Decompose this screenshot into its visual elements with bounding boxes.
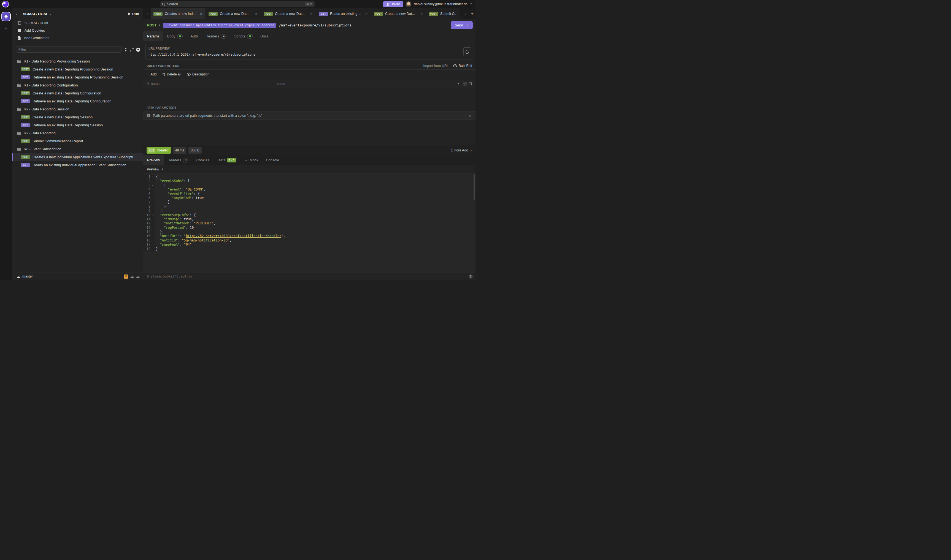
- gutter[interactable]: 3▾: [143, 183, 154, 188]
- tab-docs[interactable]: Docs: [256, 31, 273, 41]
- preview-mode-select[interactable]: Preview ▼: [143, 165, 476, 174]
- collection-folder[interactable]: R2 - Data Reporting: [12, 129, 143, 137]
- gutter[interactable]: 5▾: [143, 192, 154, 196]
- response-history-dropdown[interactable]: 1 Hour Ago ▼: [451, 148, 472, 152]
- git-branch-label[interactable]: master: [22, 274, 33, 278]
- filter-help-icon[interactable]: ?: [469, 274, 473, 278]
- filter-input[interactable]: [16, 46, 122, 52]
- add-cookies-button[interactable]: Add Cookies: [12, 27, 143, 34]
- request-item[interactable]: POSTCreate a new Data Reporting Provisio…: [12, 65, 143, 73]
- gutter[interactable]: 18: [143, 247, 154, 251]
- gutter[interactable]: 12: [143, 222, 154, 226]
- expand-all-icon[interactable]: [130, 48, 134, 51]
- environment-variable-chip[interactable]: _.event_consumer_application_function_ev…: [163, 23, 276, 28]
- add-certificates-button[interactable]: Add Certificates: [12, 34, 143, 42]
- request-tab[interactable]: GETReads an existing ...×: [316, 8, 371, 19]
- gutter[interactable]: 9: [143, 209, 154, 213]
- request-item[interactable]: GETRetrieve an existing Data Reporting P…: [12, 73, 143, 81]
- sort-icon[interactable]: [124, 48, 127, 51]
- request-item[interactable]: GETReads an existing Individual Applicat…: [12, 161, 143, 169]
- tab-body[interactable]: Body: [163, 31, 187, 41]
- gutter[interactable]: 10▾: [143, 213, 154, 217]
- request-tab[interactable]: POSTCreates a new Ind...×: [151, 8, 206, 19]
- user-avatar[interactable]: [406, 2, 411, 7]
- close-tab-icon[interactable]: ×: [420, 12, 423, 16]
- gutter[interactable]: 16: [143, 238, 154, 243]
- new-project-button[interactable]: +: [5, 26, 8, 31]
- fold-caret-icon[interactable]: ▾: [150, 179, 154, 183]
- scrollbar-thumb[interactable]: [473, 174, 475, 200]
- tabs-scroll-left-icon[interactable]: ‹: [143, 8, 151, 19]
- add-request-button[interactable]: +: [136, 48, 140, 52]
- tab-console[interactable]: Console: [262, 155, 283, 165]
- tab-cookies[interactable]: Cookies: [192, 155, 213, 165]
- gutter[interactable]: 15: [143, 234, 154, 238]
- response-body-editor[interactable]: 1▾{2▾ "eventsSubs": [3▾ {4 "event": "UE_…: [143, 174, 476, 272]
- delete-param-icon[interactable]: [469, 82, 472, 85]
- workspace-switcher[interactable]: 5GMAG-DCAF▼: [23, 12, 52, 16]
- sync-conflict-icon[interactable]: ⇅: [124, 274, 128, 278]
- tab-auth[interactable]: Auth: [187, 31, 202, 41]
- invite-button[interactable]: Invite: [383, 1, 403, 7]
- tab-headers[interactable]: Headers4: [202, 31, 230, 41]
- gutter[interactable]: 17: [143, 243, 154, 247]
- fold-caret-icon[interactable]: ▾: [150, 213, 154, 217]
- bulk-edit-button[interactable]: Bulk Edit: [453, 64, 472, 68]
- tab-headers[interactable]: Headers9: [163, 155, 192, 165]
- url-path[interactable]: /naf-eventexposure/v1/subscriptions: [279, 23, 448, 27]
- import-from-url-button[interactable]: Import from URL: [423, 64, 449, 68]
- gutter[interactable]: 4: [143, 188, 154, 192]
- request-tab[interactable]: POSTCreate a new Dat...×: [371, 8, 426, 19]
- tab-tests[interactable]: Tests1 / 1: [213, 155, 240, 165]
- response-filter-input[interactable]: [147, 274, 466, 278]
- gutter[interactable]: 7: [143, 200, 154, 204]
- gutter[interactable]: 14: [143, 230, 154, 234]
- gutter[interactable]: 1▾: [143, 175, 154, 179]
- delete-all-params-button[interactable]: Delete all: [162, 72, 181, 76]
- param-options-caret-icon[interactable]: ▼: [456, 82, 461, 85]
- param-value-input[interactable]: [277, 82, 453, 86]
- collection-folder[interactable]: R1 - Data Reporting Configuration: [12, 81, 143, 89]
- fold-caret-icon[interactable]: ▾: [150, 183, 154, 188]
- global-search[interactable]: ⌘ P: [160, 1, 315, 7]
- collection-folder[interactable]: R1 - Data Reporting Provisioning Session: [12, 57, 143, 65]
- drag-handle-icon[interactable]: [146, 82, 149, 85]
- request-item[interactable]: POSTCreates a new Individual Application…: [12, 153, 143, 161]
- fold-caret-icon[interactable]: ▾: [150, 192, 154, 196]
- insomnia-logo-icon[interactable]: [2, 1, 9, 8]
- tabs-scroll-right-icon[interactable]: ›: [461, 12, 469, 16]
- add-param-button[interactable]: + Add: [147, 72, 157, 76]
- request-tab[interactable]: POSTCreate a new Dat...×: [261, 8, 316, 19]
- method-select[interactable]: POST ▼: [147, 23, 160, 27]
- gutter[interactable]: 8: [143, 205, 154, 209]
- request-item[interactable]: POSTCreate a new Data Reporting Session: [12, 113, 143, 121]
- environment-selector[interactable]: 5G-MAG DCAF: [12, 19, 143, 27]
- send-button[interactable]: Send ▼: [451, 21, 473, 29]
- close-tab-icon[interactable]: ×: [365, 12, 368, 16]
- gutter[interactable]: 6: [143, 196, 154, 200]
- send-options-caret-icon[interactable]: ▼: [466, 24, 469, 26]
- toggle-description-button[interactable]: Description: [187, 72, 210, 76]
- request-item[interactable]: GETRetrieve an existing Data Reporting C…: [12, 97, 143, 105]
- search-input[interactable]: [167, 2, 303, 6]
- copy-url-button[interactable]: [463, 47, 471, 56]
- tab-mock[interactable]: →Mock: [240, 155, 262, 165]
- request-item[interactable]: GETRetrieve an existing Data Reporting S…: [12, 121, 143, 129]
- new-tab-button[interactable]: +: [471, 11, 473, 17]
- close-tab-icon[interactable]: ×: [199, 12, 203, 16]
- account-caret-down-icon[interactable]: ▼: [470, 3, 472, 5]
- collection-folder[interactable]: R2 - Data Reporting Session: [12, 105, 143, 113]
- cloud-push-icon[interactable]: ☁↑: [136, 274, 140, 278]
- close-tab-icon[interactable]: ×: [310, 12, 313, 16]
- tab-params[interactable]: Params: [143, 31, 163, 41]
- cloud-pull-icon[interactable]: ☁↓: [130, 274, 134, 278]
- back-chevron-icon[interactable]: ‹: [16, 12, 17, 16]
- gutter[interactable]: 13: [143, 226, 154, 230]
- run-collection-button[interactable]: Run: [128, 12, 139, 16]
- request-item[interactable]: POSTSubmit Communications Report: [12, 137, 143, 145]
- home-button[interactable]: [2, 12, 11, 21]
- request-item[interactable]: POSTCreate a new Data Reporting Configur…: [12, 89, 143, 97]
- dismiss-banner-icon[interactable]: ×: [468, 114, 472, 118]
- gutter[interactable]: 2▾: [143, 179, 154, 183]
- param-enabled-checkbox[interactable]: ✓: [463, 82, 467, 86]
